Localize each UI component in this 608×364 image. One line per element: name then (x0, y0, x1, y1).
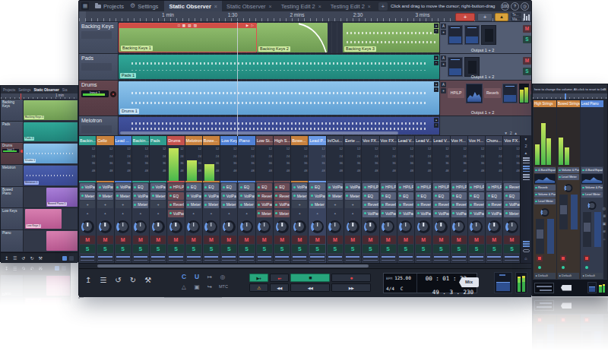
strip-fader-mini[interactable] (469, 255, 484, 262)
pan-knob[interactable] (152, 220, 165, 233)
mixer-strip-backin-3[interactable]: Backin...12243648EQVolPanMeter▴MS (132, 136, 150, 263)
side-icon[interactable]: ⌂ (603, 236, 605, 241)
beat-position-display[interactable]: 49 . 3 . 230 (420, 289, 473, 296)
plugin-chip-meter[interactable]: Meter (345, 192, 360, 200)
strip-name[interactable]: Low Keys (220, 136, 237, 145)
plugin-list-expander[interactable]: ▴ (186, 210, 201, 217)
record-arm-button[interactable]: ●+ (270, 274, 289, 282)
plugin-chip-reverb[interactable]: Reverb (257, 192, 272, 200)
mixer-strip-vox-fx-17[interactable]: Vox FX...12243648HP/LPEQReverbVolPanMS (380, 136, 397, 263)
strip-solo-button[interactable]: S (133, 245, 148, 253)
strip-mute-button[interactable]: M (239, 236, 254, 244)
pan-knob[interactable] (347, 220, 359, 233)
strip-solo-button[interactable]: S (116, 245, 131, 253)
solo-button[interactable]: S (523, 36, 531, 43)
track-lane-pads[interactable]: Pads 1 (119, 54, 439, 80)
track-header-pads[interactable]: Pads (79, 54, 119, 80)
close-icon[interactable]: × (214, 4, 217, 9)
right-window-strip-high-strings[interactable]: High Strings4-Band EqualiserReverbVolume… (534, 100, 556, 280)
pan-knob[interactable] (81, 220, 94, 233)
pill-icon[interactable] (523, 249, 530, 252)
mute-button[interactable] (584, 255, 590, 261)
plugin-chip-meter[interactable]: Meter (292, 192, 307, 200)
arrangement-zoom-controls[interactable]: ▾ 2 ▴ (505, 131, 518, 135)
strip-fader-mini[interactable] (363, 255, 378, 262)
add-plugin-slot[interactable]: + (150, 201, 166, 208)
input-meter[interactable]: Input 1 (81, 90, 109, 97)
mtc-label[interactable]: MTC (219, 283, 228, 291)
mute-button[interactable] (560, 255, 566, 261)
add-plugin-slot[interactable]: + (80, 201, 95, 208)
strip-solo-button[interactable]: S (504, 245, 519, 253)
strip-name[interactable]: Eerie ... (344, 136, 361, 145)
mixer-strip-backin-0[interactable]: Backin...12243648VolPanMeter+▴MS (79, 136, 97, 263)
plugin-chip-level-meter[interactable]: Level Meter (581, 191, 603, 198)
track-header-melotron[interactable]: Melotron (79, 116, 119, 135)
volume-fader[interactable] (583, 212, 591, 247)
close-icon[interactable]: × (368, 4, 371, 9)
undo-icon[interactable]: ↺ (21, 255, 25, 261)
preset-selector[interactable]: ▸ Default (558, 273, 579, 279)
mixer-strip-in-out-14[interactable]: In/Out...12243648VolPanMeter+▴MS (327, 136, 344, 263)
plugin-chip-eq[interactable]: EQ (451, 192, 467, 200)
mixer-scrollbar-thumb[interactable] (97, 264, 369, 267)
mixer-strip-bowe-12[interactable]: Bowe...12243648VolPanMeter+▴MS (291, 136, 309, 263)
strip-name[interactable]: Melotron (185, 136, 202, 145)
plugin-chip-volpan[interactable]: VolPan (433, 210, 448, 217)
track-lane-drums[interactable]: Drums 1 (119, 81, 439, 116)
strip-mute-button[interactable]: M (257, 236, 272, 244)
plugin-chip-volpan[interactable]: VolPan (150, 183, 166, 191)
loop-icon[interactable]: ↪ (206, 283, 214, 291)
plugin-chip-meter[interactable]: Meter (221, 201, 236, 208)
plugin-chip-hp-lp[interactable]: HP/LP (448, 88, 464, 98)
strip-solo-button[interactable]: S (328, 245, 343, 253)
mixer-strip-vox-fx-24[interactable]: Vox FX...12243648ReverbEQVolPanMeterMS (503, 136, 520, 263)
strip-fader-mini[interactable] (239, 255, 254, 262)
strip-mute-button[interactable]: M (363, 236, 378, 244)
plugin-chip-volpan[interactable]: VolPan (381, 210, 396, 217)
left-window-track-header[interactable]: Melotron (1, 165, 24, 186)
plugin-chip-volpan[interactable]: VolPan (97, 183, 112, 191)
plugin-chip-hp-lp[interactable]: HP/LP (433, 183, 448, 191)
plugin-chip-eq[interactable]: EQ (504, 192, 519, 200)
left-window-track-header[interactable]: Bowed Piano (1, 187, 24, 208)
add-plugin-slot[interactable]: + (116, 201, 131, 208)
plugin-chip-volpan[interactable]: VolPan (80, 183, 95, 191)
strip-fader-mini[interactable] (97, 255, 112, 262)
preset-selector[interactable]: ▸ Default (534, 273, 556, 279)
plugin-chip-volpan[interactable]: VolPan (221, 192, 236, 200)
mixer-scrollbar[interactable] (79, 263, 531, 268)
plugin-list-expander[interactable]: ▴ (150, 210, 166, 217)
strip-name[interactable]: Lead V... (397, 136, 414, 145)
right-window-strip-lead-piano[interactable]: Lead Piano4-Band EqualiserVolume & Pan P… (581, 100, 603, 280)
help-badge[interactable]: ? (511, 2, 519, 11)
lane-automation-hooks[interactable]: ▴▪ (434, 55, 439, 65)
plugin-chip-volpan[interactable]: VolPan (186, 192, 201, 200)
chase-icon[interactable] (62, 256, 67, 261)
plugin-chip-reverb[interactable]: Reverb (534, 185, 556, 191)
rack-view-icon[interactable] (523, 174, 530, 180)
plugin-chip-reverb[interactable]: Reverb (484, 88, 501, 98)
clip-backing-keys-2[interactable]: Backing Keys 2 (257, 23, 328, 52)
pan-knob[interactable] (311, 220, 324, 233)
automation-add-button[interactable]: + (441, 30, 446, 35)
strip-solo-button[interactable]: S (469, 245, 484, 253)
plugin-chip-volpan[interactable]: VolPan (486, 210, 502, 217)
clip-drums-1[interactable]: Drums 1 (119, 81, 439, 115)
clip-pads-1[interactable]: Pads 1 (119, 55, 439, 79)
plugin-chip-reverb[interactable]: Reverb (451, 201, 467, 208)
plugin-chip-meter[interactable]: Meter (116, 192, 131, 200)
nav-item-settings[interactable]: ⚙Settings (127, 1, 161, 11)
plugin-chip-meter[interactable]: Meter (97, 192, 112, 200)
plugin-chip-hp-lp[interactable]: HP/LP (451, 183, 467, 191)
strip-solo-button[interactable]: S (398, 245, 413, 253)
plugin-chip-level-meter[interactable]: Level Meter (558, 174, 579, 180)
automation-a-button[interactable]: A (441, 24, 446, 29)
strip-mute-button[interactable]: M (381, 236, 396, 244)
plugin-chip-volpan[interactable]: VolPan (328, 183, 343, 191)
plugin-chip-reverb[interactable]: Reverb (416, 201, 431, 208)
mixer-zoom-control[interactable]: ▴ (525, 150, 527, 155)
plugin-chip-volpan[interactable]: VolPan (309, 192, 325, 200)
right-window-timeline[interactable] (533, 93, 607, 100)
left-window-track-header[interactable]: Pads (1, 122, 24, 143)
